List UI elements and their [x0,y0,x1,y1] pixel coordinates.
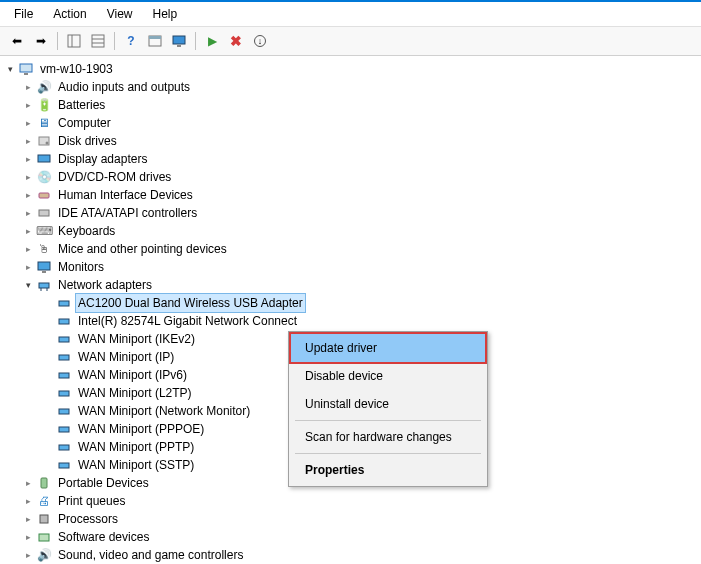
device-ac1200[interactable]: AC1200 Dual Band Wireless USB Adapter [4,294,701,312]
help-button[interactable]: ? [120,30,142,52]
svg-rect-7 [173,36,185,44]
expand-icon[interactable] [22,99,34,111]
svg-rect-15 [39,210,49,216]
update-driver-button[interactable] [168,30,190,52]
svg-rect-30 [59,463,69,468]
expand-icon[interactable] [22,171,34,183]
device-intel[interactable]: Intel(R) 82574L Gigabit Network Connect [4,312,701,330]
expand-icon[interactable] [22,117,34,129]
view-detail-button[interactable] [87,30,109,52]
menu-file[interactable]: File [6,5,41,23]
svg-rect-8 [177,45,181,47]
monitor-icon [172,34,186,48]
category-audio[interactable]: 🔊Audio inputs and outputs [4,78,701,96]
context-scan-hardware[interactable]: Scan for hardware changes [291,423,485,451]
svg-rect-13 [38,155,50,162]
arrow-left-icon: ⬅ [12,34,22,48]
expand-icon[interactable] [22,513,34,525]
separator [295,453,481,454]
category-display[interactable]: Display adapters [4,150,701,168]
category-monitors[interactable]: Monitors [4,258,701,276]
expand-icon[interactable] [22,135,34,147]
svg-rect-21 [59,301,69,306]
adapter-icon [56,421,72,437]
svg-rect-22 [59,319,69,324]
adapter-icon [56,403,72,419]
category-network[interactable]: Network adapters [4,276,701,294]
category-keyboards[interactable]: ⌨Keyboards [4,222,701,240]
category-hid[interactable]: Human Interface Devices [4,186,701,204]
back-button[interactable]: ⬅ [6,30,28,52]
root-label[interactable]: vm-w10-1903 [38,60,115,78]
disable-icon: ✖ [230,33,242,49]
expand-icon[interactable] [22,531,34,543]
svg-rect-10 [24,73,28,75]
svg-rect-16 [38,262,50,270]
svg-rect-6 [149,36,161,39]
expand-icon[interactable] [22,189,34,201]
computer-icon [18,61,34,77]
adapter-icon [56,457,72,473]
expand-icon[interactable] [4,63,16,75]
ide-icon [36,205,52,221]
category-batteries[interactable]: 🔋Batteries [4,96,701,114]
uninstall-button[interactable]: ↓ [249,30,271,52]
expand-icon[interactable] [22,225,34,237]
expand-icon[interactable] [22,81,34,93]
expand-icon[interactable] [22,495,34,507]
svg-rect-32 [40,515,48,523]
context-uninstall-device[interactable]: Uninstall device [291,390,485,418]
category-processors[interactable]: Processors [4,510,701,528]
enable-icon: ▶ [208,34,217,48]
menu-help[interactable]: Help [145,5,186,23]
keyboard-icon: ⌨ [36,223,52,239]
expand-icon[interactable] [22,477,34,489]
category-dvd[interactable]: 💿DVD/CD-ROM drives [4,168,701,186]
svg-point-12 [46,142,49,145]
expand-icon[interactable] [22,243,34,255]
root-node[interactable]: vm-w10-1903 [4,60,701,78]
window-icon [148,34,162,48]
expand-icon[interactable] [22,279,34,291]
battery-icon: 🔋 [36,97,52,113]
monitor-icon [36,259,52,275]
cpu-icon [36,511,52,527]
separator [195,32,196,50]
svg-rect-33 [39,534,49,541]
expand-icon[interactable] [22,207,34,219]
adapter-icon [56,367,72,383]
svg-rect-17 [42,271,46,273]
disable-button[interactable]: ✖ [225,30,247,52]
show-hide-tree-button[interactable] [63,30,85,52]
svg-rect-24 [59,355,69,360]
software-icon [36,529,52,545]
properties-button[interactable] [144,30,166,52]
category-software[interactable]: Software devices [4,528,701,546]
svg-rect-29 [59,445,69,450]
context-properties[interactable]: Properties [291,456,485,484]
grid-icon [91,34,105,48]
menu-view[interactable]: View [99,5,141,23]
menu-bar: File Action View Help [0,2,701,27]
category-computer[interactable]: 🖥Computer [4,114,701,132]
category-sound[interactable]: 🔊Sound, video and game controllers [4,546,701,564]
enable-button[interactable]: ▶ [201,30,223,52]
category-print[interactable]: 🖨Print queues [4,492,701,510]
expand-icon[interactable] [22,261,34,273]
category-disk[interactable]: Disk drives [4,132,701,150]
svg-rect-2 [92,35,104,47]
sound-icon: 🔊 [36,547,52,563]
adapter-icon [56,439,72,455]
separator [114,32,115,50]
category-ide[interactable]: IDE ATA/ATAPI controllers [4,204,701,222]
expand-icon[interactable] [22,549,34,561]
forward-button[interactable]: ➡ [30,30,52,52]
separator [57,32,58,50]
menu-action[interactable]: Action [45,5,94,23]
expand-icon[interactable] [22,153,34,165]
context-disable-device[interactable]: Disable device [291,362,485,390]
category-mice[interactable]: 🖱Mice and other pointing devices [4,240,701,258]
svg-rect-18 [39,283,49,288]
toolbar: ⬅ ➡ ? ▶ ✖ ↓ [0,27,701,56]
context-update-driver[interactable]: Update driver [289,332,487,364]
